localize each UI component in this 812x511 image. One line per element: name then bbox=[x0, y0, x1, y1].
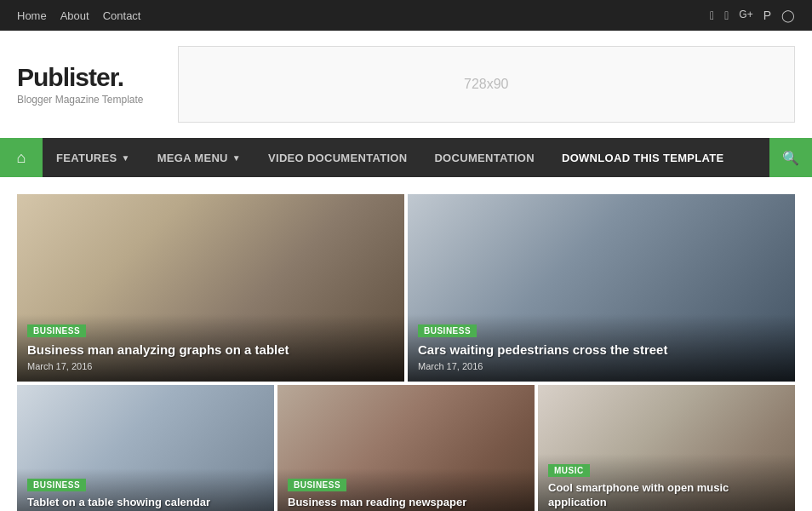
social-icons:   G+ P ◯ bbox=[710, 9, 795, 22]
search-icon: 🔍 bbox=[782, 150, 799, 166]
logo-title: Publister. bbox=[17, 63, 144, 92]
ad-banner: 728x90 bbox=[178, 46, 795, 123]
nav-link-contact[interactable]: Contact bbox=[103, 9, 141, 22]
top-navigation: Home About Contact   G+ P ◯ bbox=[0, 0, 812, 31]
nav-docs[interactable]: DOCUMENTATION bbox=[420, 138, 548, 177]
content-grid: BUSINESS Business man analyzing graphs o… bbox=[0, 177, 812, 511]
category-badge[interactable]: MUSIC bbox=[548, 464, 590, 477]
logo-subtitle: Blogger Magazine Template bbox=[17, 94, 144, 106]
nav-download-template[interactable]: DOWNLOAD THIS TEMPLATE bbox=[548, 138, 738, 177]
category-badge[interactable]: BUSINESS bbox=[288, 479, 346, 491]
nav-mega-menu[interactable]: MEGA MENU ▼ bbox=[144, 138, 254, 177]
googleplus-icon[interactable]: G+ bbox=[739, 9, 752, 22]
article-card[interactable]: BUSINESS Business man analyzing graphs o… bbox=[17, 194, 404, 382]
article-card[interactable]: MUSIC Cool smartphone with open music ap… bbox=[538, 385, 795, 511]
home-button[interactable]: ⌂ bbox=[0, 138, 43, 177]
article-overlay: BUSINESS Business man reading newspaper … bbox=[277, 468, 535, 511]
article-date: March 17, 2016 bbox=[418, 361, 785, 371]
article-title: Cars waiting pedestrians cross the stree… bbox=[418, 342, 785, 359]
site-header: Publister. Blogger Magazine Template 728… bbox=[0, 31, 812, 138]
article-card[interactable]: BUSINESS Business man reading newspaper … bbox=[277, 385, 535, 511]
instagram-icon[interactable]: ◯ bbox=[781, 9, 795, 22]
category-badge[interactable]: BUSINESS bbox=[418, 324, 477, 337]
nav-video-docs[interactable]: VIDEO DOCUMENTATION bbox=[254, 138, 420, 177]
article-card[interactable]: BUSINESS Cars waiting pedestrians cross … bbox=[408, 194, 795, 382]
nav-link-about[interactable]: About bbox=[60, 9, 89, 22]
article-overlay: BUSINESS Business man analyzing graphs o… bbox=[17, 314, 404, 382]
article-title: Tablet on a table showing calendar bbox=[27, 496, 264, 510]
top-nav-links: Home About Contact bbox=[17, 9, 140, 22]
category-badge[interactable]: BUSINESS bbox=[27, 479, 86, 491]
nav-items: FEATURES ▼ MEGA MENU ▼ VIDEO DOCUMENTATI… bbox=[43, 138, 769, 177]
bottom-articles-row: BUSINESS Tablet on a table showing calen… bbox=[17, 385, 795, 511]
category-badge[interactable]: BUSINESS bbox=[27, 324, 86, 337]
twitter-icon[interactable]:  bbox=[724, 9, 729, 22]
article-overlay: MUSIC Cool smartphone with open music ap… bbox=[538, 454, 795, 511]
main-navigation: ⌂ FEATURES ▼ MEGA MENU ▼ VIDEO DOCUMENTA… bbox=[0, 138, 812, 177]
pinterest-icon[interactable]: P bbox=[763, 9, 771, 22]
logo-block: Publister. Blogger Magazine Template bbox=[17, 63, 144, 106]
article-title: Cool smartphone with open music applicat… bbox=[548, 481, 785, 510]
article-overlay: BUSINESS Cars waiting pedestrians cross … bbox=[408, 314, 795, 382]
article-title: Business man analyzing graphs on a table… bbox=[27, 342, 394, 359]
article-title: Business man reading newspaper bbox=[288, 496, 524, 510]
nav-link-home[interactable]: Home bbox=[17, 9, 47, 22]
facebook-icon[interactable]:  bbox=[710, 9, 714, 22]
article-card[interactable]: BUSINESS Tablet on a table showing calen… bbox=[17, 385, 274, 511]
top-articles-row: BUSINESS Business man analyzing graphs o… bbox=[17, 194, 795, 382]
ad-banner-text: 728x90 bbox=[464, 77, 509, 92]
article-date: March 17, 2016 bbox=[27, 361, 394, 371]
nav-features[interactable]: FEATURES ▼ bbox=[43, 138, 144, 177]
features-arrow-icon: ▼ bbox=[122, 153, 130, 163]
search-button[interactable]: 🔍 bbox=[769, 138, 812, 177]
mega-menu-arrow-icon: ▼ bbox=[232, 153, 241, 163]
home-icon: ⌂ bbox=[17, 149, 26, 167]
article-overlay: BUSINESS Tablet on a table showing calen… bbox=[17, 468, 274, 511]
